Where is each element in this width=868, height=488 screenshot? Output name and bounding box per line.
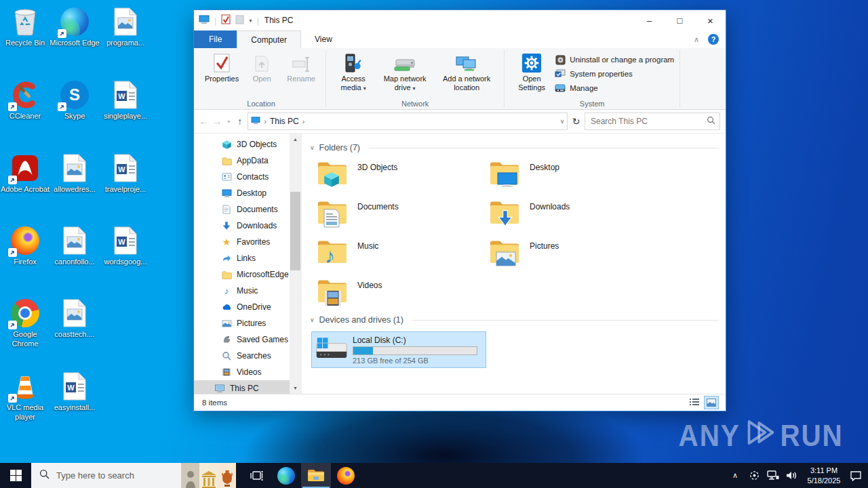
folder-tile-videos[interactable]: Videos (317, 277, 489, 306)
maximize-button[interactable]: □ (665, 10, 695, 30)
ribbon-collapse-icon[interactable]: ∧ (694, 35, 699, 44)
up-icon[interactable]: ↑ (234, 116, 245, 127)
nav-item-3d-objects[interactable]: 3D Objects (194, 136, 290, 152)
desktop-icon-allowedres[interactable]: allowedres... (50, 153, 100, 195)
section-collapse-icon[interactable]: ∨ (310, 317, 315, 323)
nav-item-microsoftedge[interactable]: MicrosoftEdge (194, 266, 290, 283)
desktop-icon-google-chrome[interactable]: Google Chrome (0, 298, 50, 349)
section-collapse-icon[interactable]: ∨ (310, 144, 315, 151)
nav-item-videos[interactable]: Videos (194, 364, 290, 380)
nav-item-documents[interactable]: Documents (194, 201, 290, 218)
nav-item-favorites[interactable]: ★Favorites (194, 234, 290, 250)
desktop-icon-coasttech[interactable]: coasttech.... (50, 298, 100, 340)
search-highlight-images[interactable] (181, 463, 236, 488)
nav-item-downloads[interactable]: Downloads (194, 218, 290, 234)
open-settings-button[interactable]: Open Settings (510, 50, 553, 92)
rename-button[interactable]: Rename (282, 50, 320, 83)
desktop-icon-programa[interactable]: programa... (100, 7, 151, 48)
nav-item-desktop[interactable]: Desktop (194, 185, 290, 201)
devices-section-header[interactable]: ∨ Devices and drives (1) (310, 315, 719, 325)
tray-volume-icon[interactable] (784, 463, 800, 488)
tray-update-icon[interactable] (746, 463, 762, 488)
breadcrumb[interactable]: This PC (270, 117, 299, 126)
amphora-image[interactable] (218, 463, 236, 488)
map-network-drive-button[interactable]: Map network drive ▾ (376, 50, 433, 92)
address-dropdown-icon[interactable]: ∨ (560, 118, 565, 125)
breadcrumb-chevron-icon[interactable]: › (264, 117, 267, 125)
nav-scrollbar[interactable]: ▲ ▼ (290, 134, 301, 394)
tray-network-icon[interactable] (765, 463, 781, 488)
open-button[interactable]: Open (243, 50, 281, 83)
folder-tile-pictures[interactable]: Pictures (489, 238, 661, 266)
explorer-search-input[interactable] (589, 116, 707, 127)
desktop-icon-microsoft-edge[interactable]: Microsoft Edge (50, 7, 100, 48)
address-bar[interactable]: › This PC › ∨ (248, 113, 568, 130)
scroll-up-icon[interactable]: ▲ (290, 134, 301, 145)
statue-image[interactable] (181, 463, 199, 488)
qat-dropdown-icon[interactable]: ▾ (249, 18, 252, 24)
folder-tile-downloads[interactable]: Downloads (489, 199, 661, 227)
help-icon[interactable]: ? (708, 34, 719, 45)
nav-item-searches[interactable]: Searches (194, 348, 290, 364)
minimize-button[interactable]: – (634, 10, 665, 30)
desktop-icon-easyinstall[interactable]: W easyinstall... (50, 371, 100, 413)
folders-section-header[interactable]: ∨ Folders (7) (310, 143, 719, 152)
breadcrumb-chevron-icon[interactable]: › (302, 117, 305, 125)
nav-item-links[interactable]: Links (194, 250, 290, 266)
desktop-icon-canonfollo[interactable]: canonfollo... (50, 226, 100, 267)
desktop-icon-travelproje[interactable]: W travelproje... (100, 153, 151, 195)
back-icon[interactable]: ← (198, 116, 210, 127)
taskbar-search-box[interactable] (31, 463, 236, 488)
explorer-search-box[interactable] (585, 113, 720, 130)
taskbar-edge-button[interactable] (271, 463, 301, 488)
forward-icon[interactable]: → (212, 116, 223, 127)
properties-button[interactable]: Properties (202, 50, 241, 83)
close-button[interactable]: × (695, 10, 726, 30)
properties-quick-icon[interactable] (221, 14, 231, 26)
uninstall-program-button[interactable]: Uninstall or change a program (555, 54, 674, 65)
nav-scrollbar-thumb[interactable] (290, 192, 300, 270)
desktop-icon-singleplaye[interactable]: W singleplaye... (100, 80, 151, 121)
tray-chevron-icon[interactable]: ∧ (727, 463, 743, 488)
title-bar[interactable]: | ▾ | This PC – □ × (194, 10, 726, 30)
action-center-icon[interactable] (848, 463, 864, 488)
folder-tile-desktop[interactable]: Desktop (489, 159, 661, 188)
large-icons-view-button[interactable] (704, 396, 719, 409)
taskbar-firefox-button[interactable] (331, 463, 361, 488)
local-disk-tile[interactable]: Local Disk (C:) 213 GB free of 254 GB (311, 331, 486, 368)
desktop-icon-recycle-bin[interactable]: Recycle Bin (0, 7, 50, 48)
taskbar-clock[interactable]: 3:11 PM 5/18/2025 (803, 466, 845, 485)
nav-item-saved-games[interactable]: Saved Games (194, 331, 290, 348)
tab-file[interactable]: File (194, 30, 237, 48)
temple-image[interactable] (199, 463, 218, 488)
taskbar-explorer-button[interactable] (301, 463, 331, 488)
desktop-icon-adobe-acrobat[interactable]: Adobe Acrobat (0, 153, 50, 195)
nav-item-pictures[interactable]: Pictures (194, 315, 290, 331)
add-network-location-button[interactable]: Add a network location (435, 50, 498, 92)
desktop-icon-ccleaner[interactable]: CCleaner (0, 80, 50, 121)
start-button[interactable] (0, 463, 31, 488)
system-properties-button[interactable]: System properties (555, 68, 674, 79)
refresh-icon[interactable]: ↻ (570, 116, 583, 127)
new-folder-quick-icon[interactable] (235, 15, 244, 26)
folder-tile-documents[interactable]: Documents (317, 199, 489, 227)
tab-view[interactable]: View (301, 30, 346, 48)
task-view-button[interactable] (241, 463, 271, 488)
taskbar-search-input[interactable] (55, 470, 159, 481)
search-icon[interactable] (707, 116, 715, 127)
manage-button[interactable]: Manage (555, 83, 674, 94)
history-dropdown-icon[interactable]: ▾ (225, 119, 232, 125)
nav-item-appdata[interactable]: AppData (194, 152, 290, 169)
desktop-icon-wordsgoog[interactable]: W wordsgoog... (100, 226, 151, 267)
desktop-icon-firefox[interactable]: Firefox (0, 226, 50, 267)
nav-item-contacts[interactable]: Contacts (194, 169, 290, 185)
tab-computer[interactable]: Computer (237, 30, 301, 48)
folder-tile-music[interactable]: ♪ Music (317, 238, 489, 266)
details-view-button[interactable] (688, 396, 701, 408)
nav-item-this-pc[interactable]: This PC (194, 380, 290, 394)
desktop-icon-skype[interactable]: S Skype (50, 80, 100, 121)
scroll-down-icon[interactable]: ▼ (290, 382, 301, 394)
desktop-icon-vlc[interactable]: VLC media player (0, 371, 50, 422)
folder-tile-3d-objects[interactable]: 3D Objects (317, 159, 489, 188)
nav-item-music[interactable]: ♪Music (194, 283, 290, 299)
